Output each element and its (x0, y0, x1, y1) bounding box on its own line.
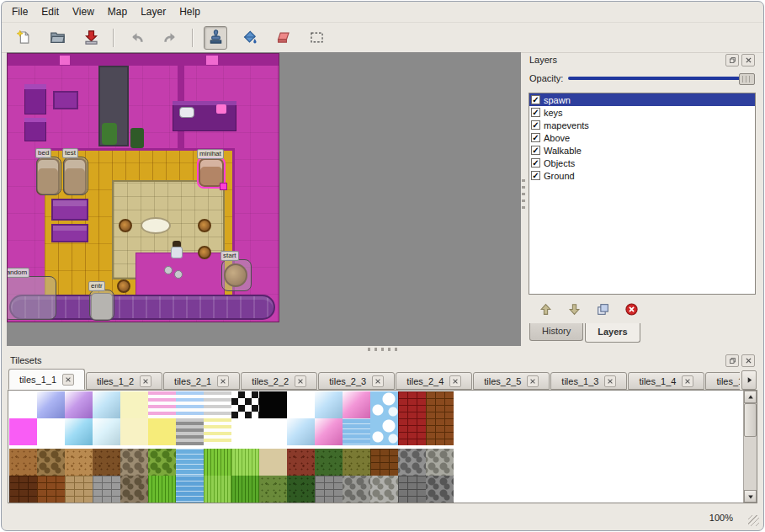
tileset-tile[interactable] (37, 476, 65, 503)
tab-close-icon[interactable] (217, 375, 229, 387)
menu-help[interactable]: Help (173, 3, 207, 20)
tileset-tab-tiles_1_5[interactable]: tiles_1_5 (705, 372, 740, 390)
tileset-tile[interactable] (148, 476, 176, 503)
layer-row-Objects[interactable]: ✓Objects (529, 157, 755, 169)
tileset-tile[interactable] (315, 418, 343, 445)
tileset-tile[interactable] (370, 476, 398, 503)
menu-edit[interactable]: Edit (35, 3, 66, 20)
tileset-tile[interactable] (343, 418, 370, 445)
menu-file[interactable]: File (5, 3, 35, 20)
tileset-tab-tiles_1_4[interactable]: tiles_1_4 (628, 372, 704, 390)
tileset-tile[interactable] (426, 449, 454, 476)
tileset-tile[interactable] (259, 476, 287, 503)
tab-close-icon[interactable] (682, 375, 693, 387)
rect-select-tool-button[interactable] (305, 26, 328, 50)
tileset-tile[interactable] (259, 449, 287, 476)
tileset-tile[interactable] (259, 418, 287, 445)
tileset-tile[interactable] (398, 391, 426, 418)
tileset-tile[interactable] (148, 449, 176, 476)
tileset-tile[interactable] (93, 449, 120, 476)
tileset-tile[interactable] (176, 449, 204, 476)
tileset-tile[interactable] (65, 418, 93, 445)
tileset-tile[interactable] (398, 418, 426, 445)
bucket-fill-tool-button[interactable] (237, 26, 261, 50)
tileset-tab-tiles_1_1[interactable]: tiles_1_1 (8, 369, 85, 390)
tileset-tile[interactable] (343, 449, 370, 476)
tileset-tile[interactable] (120, 449, 148, 476)
menu-view[interactable]: View (66, 3, 101, 20)
tileset-tile[interactable] (315, 476, 343, 503)
tileset-tile[interactable] (370, 391, 398, 418)
map-object-start[interactable]: start (221, 259, 252, 291)
layer-visibility-checkbox[interactable]: ✓ (531, 108, 540, 117)
tileset-tile[interactable] (37, 449, 65, 476)
tileset-tile[interactable] (120, 418, 148, 445)
tileset-tile[interactable] (204, 449, 231, 476)
tileset-tab-tiles_2_2[interactable]: tiles_2_2 (241, 372, 317, 390)
scroll-up-button[interactable] (744, 391, 757, 403)
stamp-tool-button[interactable] (204, 26, 227, 50)
save-file-button[interactable] (79, 26, 103, 50)
tileset-tile[interactable] (315, 449, 343, 476)
tileset-tile[interactable] (370, 418, 398, 445)
tileset-tile[interactable] (204, 476, 231, 503)
tileset-view[interactable] (8, 390, 757, 503)
tileset-tile[interactable] (120, 476, 148, 503)
tileset-tile[interactable] (398, 449, 426, 476)
tileset-tab-tiles_1_2[interactable]: tiles_1_2 (86, 372, 162, 390)
tileset-tile[interactable] (176, 391, 204, 418)
tileset-tile[interactable] (204, 418, 231, 445)
tileset-tile[interactable] (287, 391, 315, 418)
resize-grip[interactable] (748, 515, 759, 526)
layer-visibility-checkbox[interactable]: ✓ (531, 133, 540, 142)
tab-close-icon[interactable] (372, 375, 384, 387)
scroll-down-button[interactable] (744, 490, 757, 503)
tileset-tile[interactable] (148, 391, 176, 418)
layer-row-Above[interactable]: ✓Above (529, 131, 755, 144)
map-object-minihat[interactable]: minihat (197, 157, 226, 189)
tileset-tab-tiles_2_1[interactable]: tiles_2_1 (163, 372, 240, 390)
duplicate-layer-button[interactable] (593, 300, 612, 318)
dock-tab-history[interactable]: History (529, 323, 583, 341)
tileset-tile[interactable] (37, 391, 65, 418)
tileset-scrollbar[interactable] (743, 391, 757, 503)
layer-visibility-checkbox[interactable]: ✓ (531, 171, 540, 180)
tileset-tile[interactable] (65, 476, 93, 503)
tileset-tile[interactable] (148, 418, 176, 445)
dock-tab-layers[interactable]: Layers (585, 323, 640, 343)
tileset-tile[interactable] (287, 418, 315, 445)
map-object-test[interactable]: test (63, 157, 88, 195)
tileset-tile[interactable] (287, 449, 315, 476)
map-object-random[interactable]: random (8, 276, 56, 320)
tileset-tile[interactable] (426, 476, 454, 503)
map-canvas[interactable]: bedtestminihatstartrandomentr (8, 54, 279, 322)
float-panel-button[interactable] (725, 54, 739, 66)
eraser-tool-button[interactable] (271, 26, 295, 50)
layer-row-mapevents[interactable]: ✓mapevents (529, 119, 755, 131)
tileset-tile[interactable] (231, 418, 259, 445)
tileset-tile[interactable] (343, 391, 370, 418)
tileset-tab-tiles_1_3[interactable]: tiles_1_3 (550, 372, 627, 390)
tileset-tile[interactable] (343, 476, 370, 503)
tab-close-icon[interactable] (604, 375, 616, 387)
tab-close-icon[interactable] (62, 374, 74, 386)
float-panel-button[interactable] (725, 354, 739, 367)
tab-close-icon[interactable] (527, 375, 539, 387)
tab-close-icon[interactable] (140, 375, 151, 387)
horizontal-splitter[interactable] (7, 346, 758, 353)
tileset-tile[interactable] (93, 418, 120, 445)
delete-layer-button[interactable] (622, 300, 640, 318)
redo-button[interactable] (158, 26, 182, 50)
tileset-tile[interactable] (176, 418, 204, 445)
tileset-tile[interactable] (176, 476, 204, 503)
tileset-tile[interactable] (231, 476, 259, 503)
new-file-button[interactable] (12, 26, 35, 50)
layer-visibility-checkbox[interactable]: ✓ (531, 95, 540, 104)
menu-layer[interactable]: Layer (134, 3, 173, 20)
tileset-tile[interactable] (204, 391, 231, 418)
tileset-tile[interactable] (231, 391, 259, 418)
tileset-tab-tiles_2_4[interactable]: tiles_2_4 (396, 372, 472, 390)
tileset-tile[interactable] (9, 391, 37, 418)
tileset-tile[interactable] (93, 391, 120, 418)
tileset-tile[interactable] (9, 449, 37, 476)
